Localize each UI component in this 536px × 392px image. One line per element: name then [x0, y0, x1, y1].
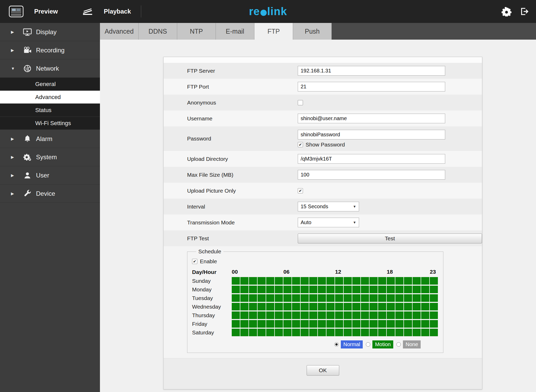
schedule-cell[interactable] [370, 303, 378, 310]
schedule-cell[interactable] [309, 277, 317, 285]
schedule-cell[interactable] [413, 294, 421, 302]
schedule-cell[interactable] [361, 277, 369, 285]
schedule-cell[interactable] [240, 329, 248, 336]
schedule-cell[interactable] [318, 286, 326, 293]
schedule-cell[interactable] [395, 286, 403, 293]
schedule-cell[interactable] [240, 320, 248, 328]
schedule-cell[interactable] [413, 286, 421, 293]
schedule-cell[interactable] [292, 311, 300, 319]
schedule-cell[interactable] [370, 286, 378, 293]
schedule-cell[interactable] [370, 329, 378, 336]
schedule-cell[interactable] [335, 311, 343, 319]
password-input[interactable] [298, 130, 445, 139]
schedule-cell[interactable] [301, 311, 309, 319]
schedule-cell[interactable] [309, 320, 317, 328]
schedule-cell[interactable] [404, 294, 412, 302]
schedule-cell[interactable] [361, 320, 369, 328]
schedule-cell[interactable] [378, 294, 386, 302]
schedule-cell[interactable] [240, 277, 248, 285]
schedule-cell[interactable] [352, 303, 360, 310]
schedule-cell[interactable] [344, 329, 352, 336]
schedule-cell[interactable] [387, 277, 395, 285]
schedule-cell[interactable] [430, 311, 438, 319]
schedule-cell[interactable] [326, 294, 335, 302]
anonymous-checkbox[interactable] [298, 100, 303, 105]
schedule-cell[interactable] [344, 303, 352, 310]
schedule-cell[interactable] [387, 311, 395, 319]
schedule-cell[interactable] [413, 303, 421, 310]
schedule-cell[interactable] [335, 303, 343, 310]
schedule-cell[interactable] [404, 277, 412, 285]
schedule-cell[interactable] [283, 311, 291, 319]
schedule-cell[interactable] [283, 303, 291, 310]
sidebar-item-recording[interactable]: ▶Recording [0, 41, 100, 59]
schedule-cell[interactable] [387, 294, 395, 302]
schedule-cell[interactable] [326, 277, 335, 285]
normal-radio[interactable] [334, 342, 339, 347]
schedule-cell[interactable] [395, 303, 403, 310]
none-radio[interactable] [396, 342, 401, 347]
schedule-cell[interactable] [232, 303, 240, 310]
schedule-cell[interactable] [326, 286, 335, 293]
schedule-cell[interactable] [326, 329, 335, 336]
schedule-cell[interactable] [344, 311, 352, 319]
schedule-cell[interactable] [326, 320, 335, 328]
schedule-cell[interactable] [301, 320, 309, 328]
sidebar-item-display[interactable]: ▶Display [0, 23, 100, 41]
schedule-cell[interactable] [318, 294, 326, 302]
schedule-cell[interactable] [275, 303, 283, 310]
tab-advanced[interactable]: Advanced [100, 23, 139, 40]
schedule-cell[interactable] [430, 329, 438, 336]
schedule-cell[interactable] [292, 286, 300, 293]
schedule-cell[interactable] [404, 311, 412, 319]
preview-thumb-icon[interactable] [9, 5, 24, 17]
schedule-cell[interactable] [258, 277, 266, 285]
schedule-cell[interactable] [430, 286, 438, 293]
schedule-cell[interactable] [275, 329, 283, 336]
playback-icon[interactable] [82, 7, 93, 16]
interval-select[interactable]: 15 Seconds▼ [298, 202, 359, 211]
schedule-cell[interactable] [309, 311, 317, 319]
schedule-cell[interactable] [378, 277, 386, 285]
schedule-cell[interactable] [378, 311, 386, 319]
schedule-cell[interactable] [249, 286, 257, 293]
schedule-cell[interactable] [387, 286, 395, 293]
schedule-cell[interactable] [249, 329, 257, 336]
tab-ddns[interactable]: DDNS [139, 23, 177, 40]
schedule-cell[interactable] [301, 329, 309, 336]
schedule-cell[interactable] [344, 277, 352, 285]
schedule-cell[interactable] [249, 277, 257, 285]
schedule-cell[interactable] [249, 303, 257, 310]
schedule-cell[interactable] [266, 286, 274, 293]
schedule-cell[interactable] [283, 286, 291, 293]
schedule-cell[interactable] [370, 311, 378, 319]
schedule-cell[interactable] [232, 329, 240, 336]
schedule-cell[interactable] [266, 303, 274, 310]
tab-ftp[interactable]: FTP [254, 23, 293, 40]
sidebar-item-device[interactable]: ▶Device [0, 185, 100, 203]
schedule-cell[interactable] [352, 320, 360, 328]
schedule-cell[interactable] [387, 329, 395, 336]
logout-icon[interactable] [519, 7, 529, 16]
schedule-cell[interactable] [421, 329, 429, 336]
ftp-port-input[interactable] [298, 82, 445, 91]
schedule-cell[interactable] [292, 277, 300, 285]
schedule-cell[interactable] [404, 303, 412, 310]
preview-nav[interactable]: Preview [34, 8, 58, 15]
schedule-cell[interactable] [387, 320, 395, 328]
schedule-cell[interactable] [301, 286, 309, 293]
schedule-cell[interactable] [361, 286, 369, 293]
schedule-cell[interactable] [292, 329, 300, 336]
schedule-cell[interactable] [232, 320, 240, 328]
schedule-cell[interactable] [249, 320, 257, 328]
schedule-cell[interactable] [430, 277, 438, 285]
schedule-cell[interactable] [240, 294, 248, 302]
sidebar-subitem-advanced[interactable]: Advanced [0, 91, 100, 104]
schedule-cell[interactable] [258, 286, 266, 293]
max-file-size-mb-input[interactable] [298, 170, 445, 180]
schedule-cell[interactable] [275, 311, 283, 319]
tab-push[interactable]: Push [293, 23, 332, 40]
schedule-cell[interactable] [352, 286, 360, 293]
playback-nav[interactable]: Playback [104, 8, 131, 15]
schedule-cell[interactable] [335, 286, 343, 293]
